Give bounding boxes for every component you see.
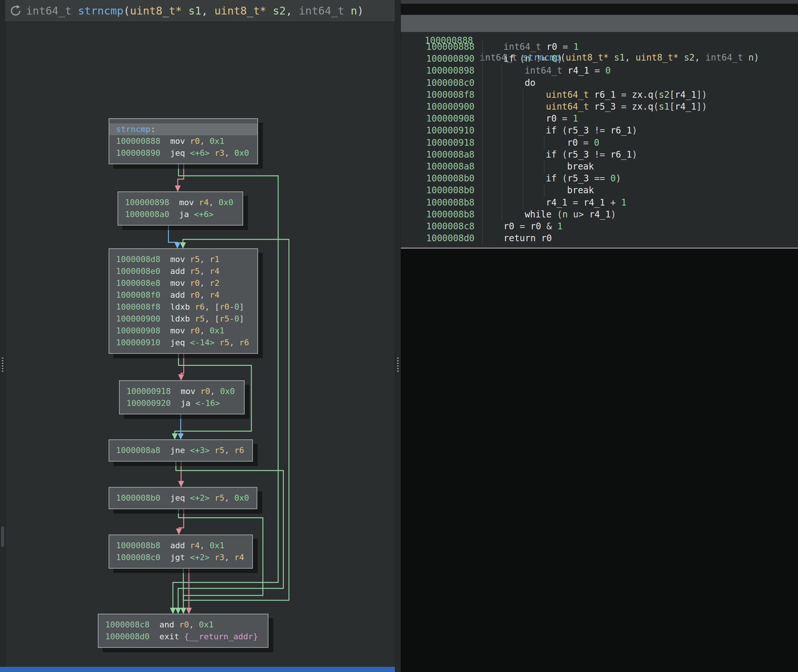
token-addr: 100000908 [116,326,160,335]
pane-divider[interactable] [395,0,401,672]
hlil-line[interactable]: 100000908r0 = 1 [400,113,798,125]
hlil-line[interactable]: 100000918r0 = 0 [400,137,798,149]
hlil-line[interactable]: 100000900uint64_t r5_3 = zx.q(s1[r4_1]) [400,101,798,113]
line-address: 100000910 [426,125,474,137]
token-var: r6_1 [594,90,616,100]
graph-node[interactable]: 1000008d8 mov r5, r11000008e0 add r5, r4… [109,248,258,354]
token-mn: mov [170,278,185,288]
disasm-line[interactable]: 1000008d0 exit {__return_addr} [105,631,261,643]
token-kw: break [567,185,594,195]
token-type_c: uint64_t [546,101,589,112]
token-pun: , [285,5,299,17]
token-var: r4_1 [675,101,697,112]
token-pun [189,210,194,219]
disasm-line[interactable]: 1000008a8 jne <+3> r5, r6 [116,445,245,456]
token-imm: <+6> [194,210,213,219]
hlil-line[interactable]: 100000898int64_t r4_1 = 0 [400,65,798,77]
edge-arrowhead-icon [172,434,178,440]
graph-node[interactable]: strncmp:100000888 mov r0, 0x1100000890 j… [109,118,258,164]
token-op: = [514,221,530,232]
disasm-line[interactable]: 1000008c0 jgt <+2> r3, r4 [116,552,245,563]
drag-handle-icon[interactable] [2,358,3,373]
token-imm: 1 [621,197,626,208]
edge-pink [179,509,184,529]
token-pun [185,254,190,264]
line-address: 100000890 [426,53,474,65]
hlil-line[interactable]: 100000888int64_t r0 = 1 [400,41,798,53]
graph-canvas[interactable]: strncmp:100000888 mov r0, 0x1100000890 j… [0,0,395,672]
disasm-line[interactable]: 100000910 jeq <-14> r5, r6 [116,337,251,349]
token-op: = [557,114,573,124]
line-code: break [567,184,594,197]
graph-node[interactable]: 100000898 mov r4, 0x01000008a0 ja <+6> [117,191,243,226]
token-pun [589,90,594,100]
token-reg: r4 [210,290,220,299]
graph-node[interactable]: 1000008c8 and r0, 0x11000008d0 exit {__r… [98,614,269,648]
hlil-line[interactable]: 1000008c0do [400,77,798,89]
disasm-line[interactable]: 100000908 mov r0, 0x1 [116,325,251,337]
indent-guide [502,208,502,221]
token-reg: r4 [234,553,244,562]
hlil-line[interactable]: 1000008a8break [400,160,798,173]
disasm-line[interactable]: 1000008e8 mov r0, r2 [116,277,251,289]
token-addr: 1000008a8 [116,446,160,455]
drag-handle-icon[interactable] [397,358,399,373]
disasm-label-line[interactable]: strncmp: [109,123,257,135]
hlil-line[interactable]: 1000008b8r4_1 = r4_1 + 1 [400,197,798,209]
hlil-line[interactable]: 1000008b0break [400,184,798,197]
token-pun: ( [557,125,567,136]
left-splitter-strip[interactable] [0,0,6,672]
disasm-line[interactable]: 100000888 mov r0, 0x1 [116,135,251,147]
function-signature[interactable]: int64_t strncmp(uint8_t* s1, uint8_t* s2… [26,5,364,17]
disasm-line[interactable]: 100000900 ldxb r5, [r5-0] [116,313,251,325]
hlil-line[interactable]: 1000008b8while (n u> r4_1) [400,208,798,221]
disasm-line[interactable]: 1000008b0 jeq <+2> r5, 0x0 [116,492,250,504]
token-pun [149,632,160,641]
scrollbar-thumb[interactable] [1,526,4,547]
disasm-line[interactable]: 1000008f8 ldxb r6, [r0-0] [116,301,251,313]
token-addr: 1000008c0 [116,553,160,562]
token-arg: s1 [659,101,669,112]
indent-guide [523,160,523,173]
function-signature-row[interactable]: 100000888 int64_t strncmp(uint8_t* s1, u… [400,15,798,32]
hlil-line[interactable]: 100000890if (n != 0) [400,53,798,65]
token-imm: 0x1 [210,136,224,146]
token-mn: ja [179,210,189,219]
disasm-line[interactable]: 100000918 mov r0, 0x0 [127,386,237,397]
token-imm: 0x1 [199,620,214,629]
line-code: r0 = 0 [567,137,599,149]
token-pun [541,42,546,52]
hlil-line[interactable]: 1000008a8if (r5_3 != r6_1) [400,149,798,161]
edge-arrowhead-icon [175,242,180,249]
token-pun [185,493,190,502]
graph-node[interactable]: 1000008a8 jne <+3> r5, r6 [109,439,253,462]
disasm-line[interactable]: 1000008a0 ja <+6> [125,208,236,221]
token-pun: , [208,198,219,207]
disasm-line[interactable]: 1000008d8 mov r5, r1 [116,253,251,266]
disasm-line[interactable]: 1000008b8 add r4, 0x1 [116,540,245,552]
token-addr: 100000890 [116,148,160,158]
feature-map-bar[interactable] [0,667,395,672]
graph-node[interactable]: 100000918 mov r0, 0x0100000920 ja <-16> [119,380,245,414]
token-reg: r5 [215,493,224,502]
hlil-line[interactable]: 1000008b0if (r5_3 == 0) [400,173,798,185]
disasm-line[interactable]: 100000920 ja <-16> [127,397,237,409]
hlil-line[interactable]: 100000910if (r5_3 != r6_1) [400,125,798,137]
token-pun [171,398,181,408]
indent-guide [523,101,523,113]
graph-node[interactable]: 1000008b8 add r4, 0x11000008c0 jgt <+2> … [109,534,253,569]
disasm-line[interactable]: 100000898 mov r4, 0x0 [125,197,236,208]
token-lbl: strncmp [116,125,151,134]
hlil-line[interactable]: 1000008c8r0 = r0 & 1 [400,221,798,233]
disasm-line[interactable]: 100000890 jeq <+6> r3, 0x0 [116,147,251,159]
disasm-line[interactable]: 1000008f0 add r0, r4 [116,289,251,301]
token-var: r4_1 [546,197,567,208]
reload-icon[interactable] [9,4,22,18]
token-pun: ( [514,53,525,64]
token-pun [160,326,170,335]
graph-node[interactable]: 1000008b0 jeq <+2> r5, 0x0 [109,487,257,509]
hlil-line[interactable]: 1000008f8uint64_t r6_1 = zx.q(s2[r4_1]) [400,89,798,101]
disasm-line[interactable]: 1000008e0 add r5, r4 [116,266,251,277]
hlil-line[interactable]: 1000008d0return r0 [400,232,798,245]
disasm-line[interactable]: 1000008c8 and r0, 0x1 [105,619,261,631]
